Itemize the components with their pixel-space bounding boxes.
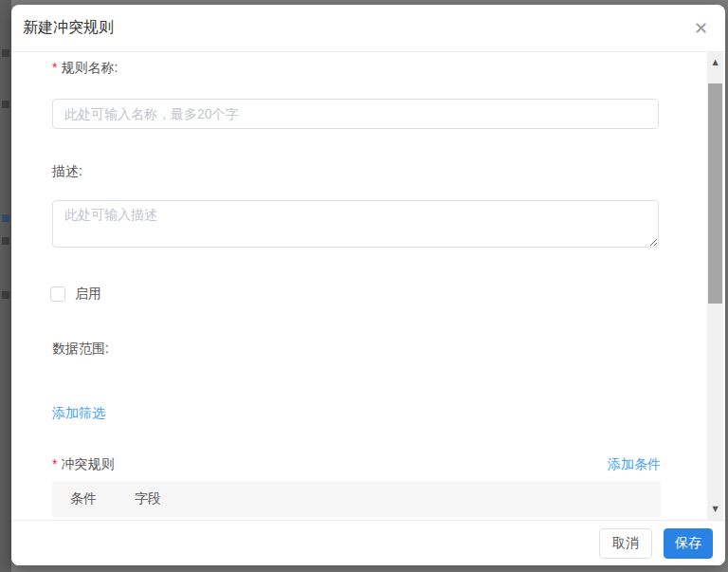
- dialog-header: 新建冲突规则 ✕: [11, 5, 725, 52]
- background-sidebar-icon: [2, 237, 9, 245]
- new-conflict-rule-dialog: 新建冲突规则 ✕ *规则名称: 描述: 启用 数据范围: 添加筛选 *冲突规则 …: [11, 5, 725, 565]
- scroll-down-arrow-icon[interactable]: ▼: [707, 499, 723, 518]
- background-sidebar-icon: [2, 214, 9, 222]
- background-sidebar-icon: [2, 291, 9, 299]
- required-asterisk: *: [52, 60, 57, 75]
- conflict-rule-row: *冲突规则 添加条件: [52, 456, 661, 473]
- rule-name-label-text: 规则名称:: [61, 60, 118, 75]
- conflict-rule-label-text: 冲突规则: [61, 456, 114, 471]
- scroll-up-arrow-icon[interactable]: ▲: [707, 52, 723, 71]
- cancel-button[interactable]: 取消: [599, 528, 652, 559]
- save-button[interactable]: 保存: [664, 528, 713, 559]
- background-sidebar-icon: [2, 49, 9, 57]
- dialog-body: *规则名称: 描述: 启用 数据范围: 添加筛选 *冲突规则 添加条件 条件 字…: [11, 52, 725, 520]
- background-sidebar: [0, 0, 11, 572]
- enable-checkbox[interactable]: [50, 286, 65, 302]
- description-label: 描述:: [52, 163, 82, 180]
- table-header-field: 字段: [135, 490, 161, 507]
- background-sidebar-icon: [2, 101, 9, 108]
- dialog-title: 新建冲突规则: [23, 18, 114, 38]
- add-condition-link[interactable]: 添加条件: [608, 456, 661, 473]
- table-header-condition: 条件: [70, 490, 97, 507]
- required-asterisk: *: [52, 456, 57, 471]
- data-scope-label: 数据范围:: [52, 341, 109, 358]
- vertical-scrollbar[interactable]: ▲ ▼: [707, 52, 723, 520]
- rule-name-input[interactable]: [52, 99, 659, 129]
- enable-row: 启用: [50, 286, 101, 303]
- conflict-rule-label: *冲突规则: [52, 456, 114, 473]
- add-filter-link[interactable]: 添加筛选: [52, 405, 105, 422]
- rule-table-header: 条件 字段: [52, 481, 661, 517]
- enable-label: 启用: [75, 286, 101, 303]
- close-icon[interactable]: ✕: [692, 18, 710, 39]
- modal-backdrop: 新建冲突规则 ✕ *规则名称: 描述: 启用 数据范围: 添加筛选 *冲突规则 …: [0, 0, 728, 572]
- description-textarea[interactable]: [52, 200, 659, 248]
- scrollbar-thumb[interactable]: [708, 83, 722, 304]
- rule-name-label: *规则名称:: [52, 60, 118, 77]
- dialog-footer: 取消 保存: [11, 520, 725, 565]
